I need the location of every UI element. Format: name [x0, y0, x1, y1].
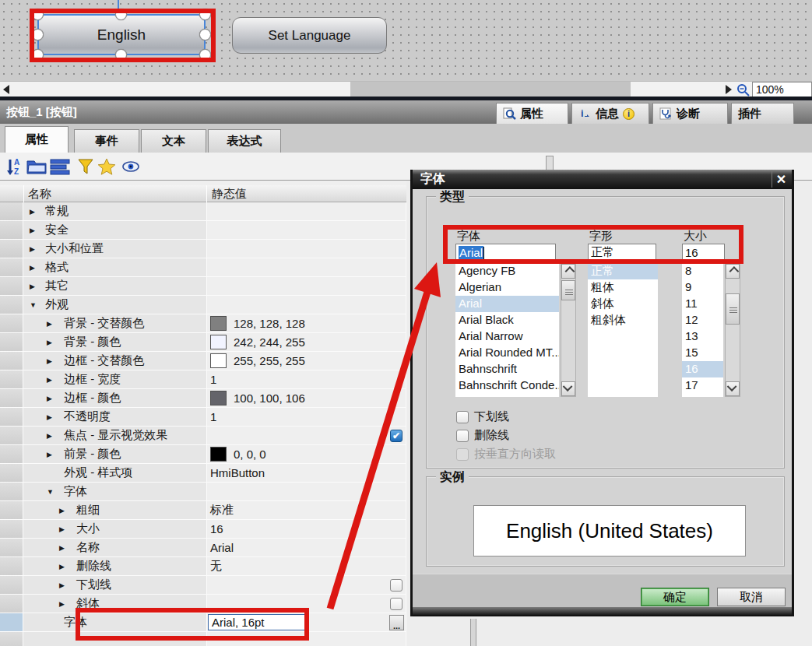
collapse-arrow-icon[interactable]: ▶	[59, 563, 65, 571]
property-tab-事件[interactable]: 事件	[74, 129, 139, 153]
expand-arrow-icon[interactable]: ▼	[30, 301, 37, 309]
table-row[interactable]: ▶斜体	[0, 595, 406, 613]
property-value-cell[interactable]	[207, 240, 406, 258]
property-value-cell[interactable]: Arial	[207, 539, 406, 557]
scrollbar-thumb[interactable]	[350, 82, 631, 97]
property-tab-文本[interactable]: 文本	[141, 129, 206, 153]
font-option-row[interactable]: 删除线	[456, 428, 509, 443]
font-family-list-item[interactable]: Bahnschrift Light	[455, 394, 559, 397]
font-dialog-titlebar[interactable]: 字体 ✕	[413, 170, 792, 189]
checkbox-unchecked[interactable]	[390, 598, 402, 610]
color-swatch[interactable]	[210, 335, 227, 349]
selection-handle[interactable]	[199, 29, 211, 40]
property-name-cell[interactable]: ▶边框 - 宽度	[23, 370, 207, 389]
collapse-arrow-icon[interactable]: ▶	[59, 507, 65, 514]
collapse-arrow-icon[interactable]: ▶	[59, 581, 65, 589]
font-family-list-item[interactable]: Arial Black	[455, 312, 559, 328]
font-list-scrollbar[interactable]	[561, 263, 576, 397]
property-value-cell[interactable]: 1	[207, 408, 406, 427]
collapse-arrow-icon[interactable]: ▶	[30, 226, 35, 234]
collapse-arrow-icon[interactable]: ▶	[59, 544, 65, 552]
collapse-arrow-icon[interactable]: ▶	[47, 451, 52, 458]
table-row[interactable]: ▶常规	[0, 202, 406, 221]
property-value-cell[interactable]	[207, 296, 406, 314]
property-name-cell[interactable]: ▶不透明度	[23, 408, 207, 427]
property-tab-属性[interactable]: 属性	[5, 126, 69, 153]
selection-handle[interactable]	[115, 9, 127, 20]
property-value-cell[interactable]	[207, 483, 406, 501]
selection-handle[interactable]	[115, 49, 127, 61]
table-row[interactable]: ▶下划线	[0, 576, 406, 595]
collapse-arrow-icon[interactable]: ▶	[47, 432, 52, 440]
property-name-cell[interactable]: ▶删除线	[23, 557, 207, 576]
property-value-cell[interactable]	[207, 595, 406, 613]
property-name-cell[interactable]: ▶大小和位置	[23, 240, 207, 258]
scroll-left-button[interactable]	[0, 82, 12, 97]
collapse-arrow-icon[interactable]: ▶	[47, 395, 52, 402]
property-name-cell[interactable]: ▶斜体	[23, 595, 207, 613]
splitter-handle[interactable]	[546, 156, 554, 170]
checkbox-checked[interactable]: ✔	[390, 430, 402, 442]
font-family-list-item[interactable]: Arial	[455, 296, 559, 312]
table-row[interactable]: ▶其它	[0, 277, 406, 296]
scrollbar-thumb[interactable]	[561, 280, 575, 300]
horizontal-scrollbar[interactable]: 100%	[0, 81, 812, 97]
property-name-cell[interactable]	[23, 632, 207, 646]
property-value-cell[interactable]: 242, 244, 255	[207, 333, 406, 352]
property-value-cell[interactable]	[207, 576, 406, 595]
collapse-arrow-icon[interactable]: ▶	[47, 320, 52, 328]
checkbox-unchecked[interactable]	[390, 579, 402, 592]
property-name-cell[interactable]: ▼外观	[23, 296, 207, 314]
zoom-level-input[interactable]: 100%	[752, 82, 812, 97]
color-swatch[interactable]	[210, 353, 227, 368]
property-name-cell[interactable]: ▶背景 - 交替颜色	[23, 314, 207, 333]
color-swatch[interactable]	[210, 447, 227, 462]
collapse-arrow-icon[interactable]: ▶	[47, 413, 52, 421]
collapse-arrow-icon[interactable]: ▶	[47, 339, 52, 346]
close-icon[interactable]: ✕	[772, 171, 790, 188]
selection-handle[interactable]	[32, 49, 44, 61]
property-name-cell[interactable]: ▶前景 - 颜色	[23, 445, 207, 464]
property-name-cell[interactable]: ▶安全	[23, 221, 207, 240]
table-row[interactable]: ▶名称Arial	[0, 539, 406, 557]
property-value-cell[interactable]: 100, 100, 106	[207, 389, 406, 408]
selection-handle[interactable]	[32, 9, 44, 20]
table-row[interactable]: ▶格式	[0, 258, 406, 277]
font-name-input[interactable]: Arial	[455, 244, 556, 262]
color-swatch[interactable]	[210, 316, 227, 331]
font-style-input[interactable]: 正常	[588, 244, 656, 262]
font-option-row[interactable]: 下划线	[456, 409, 509, 424]
property-value-cell[interactable]	[207, 221, 406, 240]
scroll-down-button[interactable]	[561, 381, 575, 396]
selection-handle[interactable]	[199, 9, 211, 20]
scroll-up-button[interactable]	[561, 264, 575, 279]
property-name-cell[interactable]: ▼字体	[23, 483, 207, 501]
font-family-list-item[interactable]: Agency FB	[455, 263, 559, 279]
property-value-cell[interactable]	[207, 632, 406, 646]
property-value-cell[interactable]	[207, 258, 406, 277]
property-name-cell[interactable]: ▶名称	[23, 539, 207, 557]
color-swatch[interactable]	[210, 391, 227, 406]
property-name-cell[interactable]: ▶背景 - 颜色	[23, 333, 207, 352]
property-value-cell[interactable]: 1	[207, 370, 406, 389]
property-name-cell[interactable]: ▶大小	[23, 520, 207, 539]
property-name-cell[interactable]: ▶格式	[23, 258, 207, 277]
table-row[interactable]: ▶边框 - 宽度1	[0, 370, 406, 389]
property-value-cell[interactable]: 标准	[207, 501, 406, 520]
property-name-cell[interactable]: ▶焦点 - 显示视觉效果	[23, 427, 207, 445]
scroll-right-button[interactable]	[722, 82, 735, 97]
size-list-scrollbar[interactable]	[725, 263, 740, 397]
table-row[interactable]: ▶删除线无	[0, 557, 406, 576]
canvas-button-set-language[interactable]: Set Language	[232, 17, 387, 54]
property-name-cell[interactable]: ▶下划线	[23, 576, 207, 595]
font-size-list-item[interactable]: 9	[682, 279, 723, 296]
property-name-cell[interactable]: ▶边框 - 交替颜色	[23, 352, 207, 370]
collapse-arrow-icon[interactable]: ▶	[47, 376, 52, 384]
table-row[interactable]: ▶粗细标准	[0, 501, 406, 520]
scroll-down-button[interactable]	[726, 381, 740, 396]
property-name-cell[interactable]: ▶常规	[23, 202, 207, 221]
more-options-button[interactable]: ...	[389, 615, 404, 630]
font-family-list-item[interactable]: Arial Rounded MT...	[455, 345, 559, 361]
table-row[interactable]: ▶背景 - 颜色242, 244, 255	[0, 333, 406, 352]
font-family-list-item[interactable]: Algerian	[455, 279, 559, 296]
